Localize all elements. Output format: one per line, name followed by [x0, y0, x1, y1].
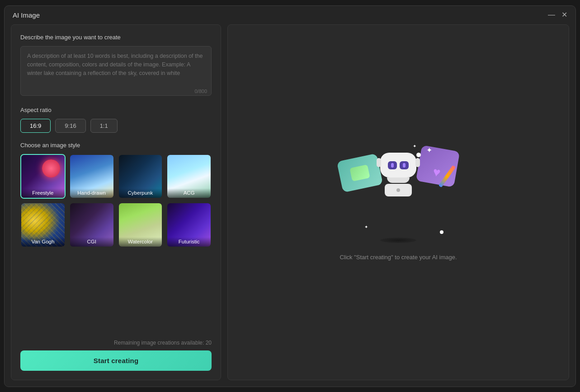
aspect-ratio-label: Aspect ratio: [20, 107, 212, 113]
accent-dot-1: [416, 153, 421, 157]
aspect-btn-9-16[interactable]: 9:16: [55, 119, 85, 133]
sparkle-1: ✦: [426, 146, 432, 154]
close-button[interactable]: ✕: [561, 11, 567, 19]
style-watercolor[interactable]: Watercolor: [118, 202, 163, 247]
style-freestyle-label: Freestyle: [21, 188, 65, 198]
style-label: Choose an image style: [20, 142, 212, 149]
char-count: 0/800: [194, 89, 207, 94]
robot-eye-right-inner: [403, 163, 406, 168]
footer: Remaining image creations available: 20 …: [20, 332, 212, 371]
robot-torso: [385, 184, 412, 196]
style-grid: Freestyle Hand-drawn Cyberpunk ACG: [20, 154, 212, 248]
style-acg-label: ACG: [167, 188, 211, 198]
robot-eye-right: [400, 161, 409, 169]
style-section: Choose an image style Freestyle Hand-dra…: [20, 142, 212, 332]
start-creating-button[interactable]: Start creating: [20, 350, 212, 371]
style-futuristic[interactable]: Futuristic: [166, 202, 212, 247]
app-window: AI Image — ✕ Describe the image you want…: [4, 5, 576, 387]
aspect-buttons: 16:9 9:16 1:1: [20, 119, 212, 133]
robot-ear-left: [377, 158, 381, 167]
sparkle-2: ✦: [413, 144, 416, 149]
robot-eye-left-inner: [391, 163, 394, 168]
minimize-button[interactable]: —: [548, 11, 555, 19]
aspect-btn-16-9[interactable]: 16:9: [20, 119, 51, 133]
description-input[interactable]: [20, 46, 212, 96]
style-van-gogh[interactable]: Van Gogh: [20, 202, 66, 247]
style-futuristic-label: Futuristic: [167, 237, 211, 247]
robot-torso-dot: [396, 188, 400, 192]
robot-head: [380, 153, 416, 177]
sparkle-3: ✦: [364, 224, 368, 229]
robot-chin: [387, 177, 410, 183]
style-hand-drawn[interactable]: Hand-drawn: [69, 154, 114, 199]
robot-illustration: ✦ ✦ ✦: [340, 144, 457, 243]
style-hand-drawn-label: Hand-drawn: [70, 188, 113, 198]
style-watercolor-label: Watercolor: [119, 237, 162, 247]
style-freestyle[interactable]: Freestyle: [20, 154, 66, 199]
style-van-gogh-label: Van Gogh: [21, 237, 65, 247]
describe-label: Describe the image you want to create: [20, 34, 212, 41]
left-card: [337, 153, 383, 192]
title-bar: AI Image — ✕: [5, 6, 575, 24]
robot-eye-left: [388, 161, 397, 169]
main-content: Describe the image you want to create 0/…: [5, 24, 575, 387]
accent-dot-2: [440, 230, 443, 234]
left-panel: Describe the image you want to create 0/…: [11, 24, 221, 380]
right-hint-text: Click "Start creating" to create your AI…: [340, 254, 457, 261]
aspect-section: Aspect ratio 16:9 9:16 1:1: [20, 107, 212, 133]
style-cgi[interactable]: CGI: [69, 202, 114, 247]
window-title: AI Image: [13, 11, 40, 19]
style-cyberpunk[interactable]: Cyberpunk: [118, 154, 163, 199]
textarea-wrapper: 0/800: [20, 46, 212, 98]
robot-body: [378, 153, 419, 196]
remaining-text: Remaining image creations available: 20: [20, 340, 212, 346]
robot-ear-right: [415, 158, 420, 167]
aspect-btn-1-1[interactable]: 1:1: [90, 119, 118, 133]
style-acg[interactable]: ACG: [166, 154, 212, 199]
style-cgi-label: CGI: [70, 237, 113, 247]
window-controls: — ✕: [548, 11, 567, 19]
style-cyberpunk-label: Cyberpunk: [119, 188, 162, 198]
robot-shadow: [380, 238, 416, 243]
right-panel: ✦ ✦ ✦ Click "Start creating" to create y…: [227, 24, 569, 380]
